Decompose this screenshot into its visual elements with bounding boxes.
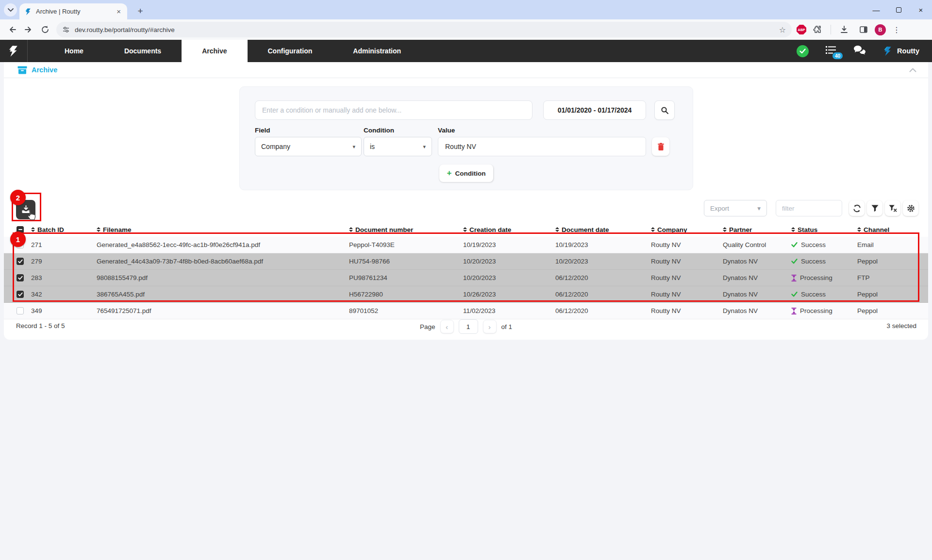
condition-select[interactable]: is ▾ bbox=[364, 137, 432, 156]
sort-icon bbox=[723, 227, 727, 232]
page-number-input[interactable] bbox=[459, 319, 478, 334]
tab-search-button[interactable] bbox=[4, 3, 17, 16]
breadcrumb-archive[interactable]: Archive bbox=[17, 66, 57, 74]
table-row[interactable]: 279 Generated_44c43a09-73b7-4f8b-b0ed-8a… bbox=[4, 253, 928, 270]
condition-search-input[interactable] bbox=[255, 100, 533, 120]
sort-icon bbox=[31, 227, 35, 232]
system-status-button[interactable] bbox=[797, 45, 809, 57]
minimize-button[interactable]: — bbox=[865, 0, 887, 19]
check-icon bbox=[18, 276, 23, 280]
bookmark-star-icon[interactable]: ☆ bbox=[779, 25, 786, 34]
column-header-batch-id[interactable]: Batch ID bbox=[31, 226, 97, 233]
table-settings-button[interactable] bbox=[903, 200, 918, 216]
search-icon bbox=[661, 106, 669, 115]
sort-icon bbox=[791, 227, 795, 232]
site-info-icon bbox=[62, 26, 70, 33]
table-filter-input[interactable] bbox=[776, 200, 842, 216]
sort-icon bbox=[349, 227, 353, 232]
restore-button[interactable] bbox=[887, 0, 910, 19]
puzzle-icon bbox=[813, 25, 822, 34]
tenant-brand-label: Routty bbox=[897, 47, 919, 55]
value-input[interactable] bbox=[438, 137, 646, 156]
clear-filter-button[interactable] bbox=[885, 200, 900, 216]
address-bar[interactable]: dev.routty.be/portal/routty/#archive ☆ bbox=[56, 22, 792, 37]
field-select[interactable]: Company ▾ bbox=[255, 137, 362, 156]
funnel-clear-icon bbox=[889, 205, 897, 212]
adblock-extension-icon[interactable]: ABP bbox=[797, 25, 806, 34]
status-success-icon bbox=[791, 242, 798, 247]
row-checkbox[interactable] bbox=[17, 291, 24, 298]
new-tab-button[interactable]: + bbox=[133, 4, 147, 18]
search-button[interactable] bbox=[654, 100, 675, 120]
browser-menu-button[interactable]: ⋮ bbox=[889, 25, 904, 34]
downloads-button[interactable] bbox=[836, 21, 852, 38]
delete-condition-button[interactable] bbox=[652, 137, 669, 156]
extensions-button[interactable] bbox=[809, 21, 826, 38]
browser-tab[interactable]: Archive | Routty × bbox=[19, 3, 127, 19]
table-header: Batch ID Filename Document number Creati… bbox=[4, 222, 928, 237]
notification-count-badge: 40 bbox=[832, 52, 843, 59]
selected-count: 3 selected bbox=[886, 322, 916, 329]
condition-label: Condition bbox=[364, 127, 394, 134]
chat-icon bbox=[853, 45, 866, 55]
value-label: Value bbox=[438, 127, 455, 134]
pagination: Page ‹ › of 1 bbox=[0, 319, 932, 334]
browser-tab-strip: Archive | Routty × + — × bbox=[0, 0, 932, 19]
table-row[interactable]: 271 Generated_e4a88562-1ecc-49fc-ac1b-9f… bbox=[4, 237, 928, 253]
app-logo[interactable] bbox=[0, 40, 28, 62]
column-header-filename[interactable]: Filename bbox=[97, 226, 349, 233]
table-row[interactable]: 349 765491725071.pdf 89701052 11/02/2023… bbox=[4, 303, 928, 319]
row-checkbox[interactable] bbox=[17, 274, 24, 281]
close-button[interactable]: × bbox=[910, 0, 932, 19]
chat-button[interactable] bbox=[853, 45, 866, 57]
refresh-button[interactable] bbox=[849, 200, 865, 216]
column-header-channel[interactable]: Channel bbox=[857, 226, 928, 233]
browser-toolbar: dev.routty.be/portal/routty/#archive ☆ A… bbox=[0, 19, 932, 40]
table-row[interactable]: 283 98088155479.pdf PU98761234 10/20/202… bbox=[4, 270, 928, 286]
screenshot-root: Archive | Routty × + — × dev.routty.be/p… bbox=[0, 0, 932, 560]
nav-tab-documents[interactable]: Documents bbox=[104, 40, 182, 62]
task-list-button[interactable]: 40 bbox=[825, 45, 837, 57]
profile-avatar[interactable]: B bbox=[875, 24, 886, 35]
status-success-icon bbox=[791, 292, 798, 297]
column-header-document-number[interactable]: Document number bbox=[349, 226, 463, 233]
window-controls: — × bbox=[865, 0, 932, 19]
row-checkbox[interactable] bbox=[17, 258, 24, 265]
add-condition-button[interactable]: + Condition bbox=[439, 165, 494, 182]
field-label: Field bbox=[255, 127, 270, 134]
column-header-partner[interactable]: Partner bbox=[723, 226, 791, 233]
table-row[interactable]: 342 386765A455.pdf H56722980 10/26/2023 … bbox=[4, 286, 928, 303]
collapse-panel-button[interactable] bbox=[909, 66, 916, 74]
nav-tab-home[interactable]: Home bbox=[44, 40, 104, 62]
routty-favicon bbox=[24, 8, 32, 16]
column-header-company[interactable]: Company bbox=[651, 226, 723, 233]
side-panel-button[interactable] bbox=[855, 21, 872, 38]
back-button[interactable] bbox=[4, 21, 20, 38]
nav-tab-configuration[interactable]: Configuration bbox=[248, 40, 333, 62]
side-panel-icon bbox=[859, 25, 868, 34]
forward-button[interactable] bbox=[20, 21, 37, 38]
nav-tab-archive[interactable]: Archive bbox=[182, 40, 247, 62]
column-header-status[interactable]: Status bbox=[791, 226, 857, 233]
tenant-brand[interactable]: Routty bbox=[882, 46, 919, 56]
next-page-button[interactable]: › bbox=[483, 320, 497, 333]
prev-page-button[interactable]: ‹ bbox=[440, 320, 454, 333]
tab-close-icon[interactable]: × bbox=[115, 7, 122, 16]
export-select[interactable]: Export ▾ bbox=[704, 200, 767, 216]
refresh-icon bbox=[853, 204, 861, 213]
nav-tab-administration[interactable]: Administration bbox=[333, 40, 421, 62]
row-checkbox[interactable] bbox=[17, 307, 24, 314]
filter-panel: Field Condition Value Company ▾ is ▾ + C… bbox=[239, 86, 693, 190]
column-header-creation-date[interactable]: Creation date bbox=[463, 226, 555, 233]
reload-button[interactable] bbox=[37, 21, 53, 38]
toolbar-divider bbox=[831, 25, 831, 34]
filter-button[interactable] bbox=[867, 200, 882, 216]
archive-box-icon bbox=[17, 66, 27, 74]
add-condition-label: Condition bbox=[455, 170, 485, 177]
column-header-document-date[interactable]: Document date bbox=[555, 226, 651, 233]
check-icon bbox=[18, 259, 23, 264]
trash-icon bbox=[657, 143, 665, 151]
back-icon bbox=[8, 25, 17, 34]
date-range-input[interactable] bbox=[543, 100, 646, 120]
status-processing-icon bbox=[791, 275, 797, 281]
